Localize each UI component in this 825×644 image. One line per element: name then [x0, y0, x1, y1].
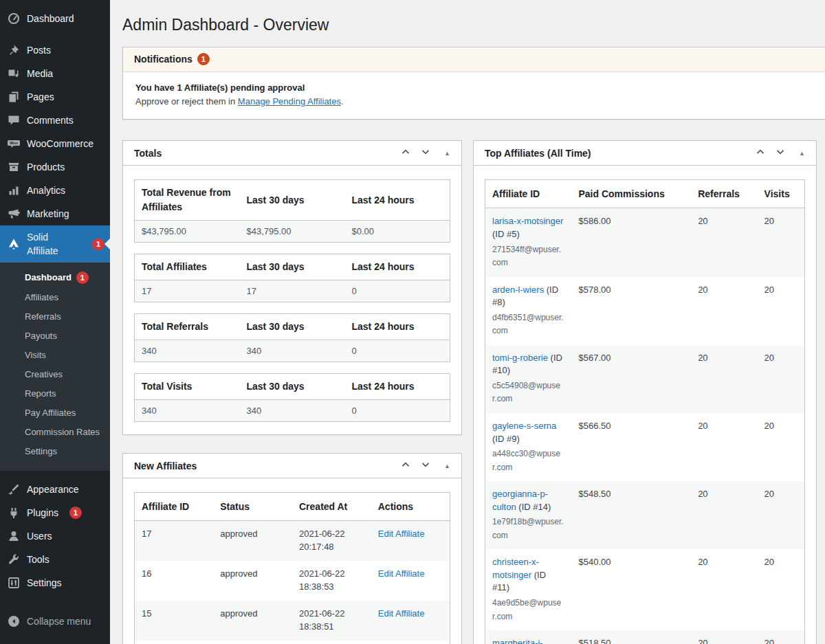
edit-affiliate-link[interactable]: Edit Affiliate — [378, 608, 425, 619]
edit-affiliate-link[interactable]: Edit Affiliate — [378, 529, 425, 539]
order-up-button[interactable] — [400, 146, 411, 159]
sidebar-item-users[interactable]: Users — [0, 524, 110, 548]
new-affiliate-row: 16approved2021-06-2218:38:53Edit Affilia… — [135, 561, 450, 601]
submenu-item-label: Creatives — [25, 369, 63, 380]
manage-pending-affiliates-link[interactable]: Manage Pending Affiliates — [238, 96, 341, 107]
paid-commissions-cell: $586.00 — [572, 208, 692, 277]
sidebar-item-label: Tools — [27, 553, 50, 566]
stat-value: 17 — [135, 280, 240, 302]
sidebar-item-tools[interactable]: Tools — [0, 548, 110, 571]
referrals-cell: 20 — [691, 549, 757, 630]
stat-col-last-24-hours: Last 24 hours — [345, 314, 450, 340]
top-affiliate-row: georgianna-p-culton (ID #14)1e79f18b@wpu… — [485, 481, 805, 549]
submenu-item-referrals[interactable]: Referrals — [0, 307, 110, 326]
affiliate-name-link[interactable]: margherita-i-ramage — [492, 638, 543, 644]
stat-value: 340 — [135, 400, 240, 422]
submenu-item-label: Referrals — [25, 311, 61, 322]
sidebar-item-products[interactable]: Products — [0, 155, 110, 179]
order-up-button[interactable] — [755, 146, 766, 159]
affiliate-name-link[interactable]: gaylene-s-serna — [492, 421, 556, 431]
chevron-up-icon — [400, 146, 411, 159]
stat-label: Total Revenue from Affiliates — [135, 180, 240, 221]
sidebar-item-label: Settings — [27, 576, 62, 590]
paid-commissions-cell: $578.00 — [572, 277, 692, 345]
sidebar-item-woocommerce[interactable]: WooWooCommerce — [0, 132, 110, 155]
new-affiliate-row: 15approved2021-06-2218:38:51Edit Affilia… — [135, 601, 450, 641]
sidebar-item-label: Solid Affiliate — [27, 230, 81, 258]
actions-cell: Edit Affiliate — [371, 641, 450, 644]
sliders-icon — [7, 576, 21, 590]
affiliate-email: 271534ff@wpuser.com — [492, 243, 565, 269]
totals-panel-header[interactable]: Totals ▲ — [123, 141, 461, 166]
column-header-status: Status — [213, 493, 292, 521]
status-cell: approved — [213, 601, 292, 641]
affiliate-name-link[interactable]: christeen-x-motsinger — [492, 557, 539, 580]
sidebar-item-posts[interactable]: Posts — [0, 38, 110, 62]
submenu-item-pay-affiliates[interactable]: Pay Affiliates — [0, 403, 110, 423]
collapse-panel-button[interactable]: ▲ — [799, 150, 805, 157]
sidebar-item-solid-affiliate[interactable]: Solid Affiliate1 — [0, 225, 110, 263]
notifications-panel-header[interactable]: Notifications 1 — [123, 47, 825, 72]
collapse-menu-button[interactable]: Collapse menu — [0, 610, 110, 633]
submenu-item-affiliates[interactable]: Affiliates — [0, 288, 110, 307]
affiliate-name-link[interactable]: tomi-g-roberie — [492, 353, 548, 363]
affiliate-id-note: (ID #14) — [518, 502, 551, 512]
paid-commissions-cell: $567.00 — [572, 345, 692, 413]
sidebar-item-plugins[interactable]: Plugins1 — [0, 501, 110, 524]
notifications-count-badge: 1 — [197, 53, 210, 65]
referrals-cell: 20 — [691, 413, 757, 481]
top-affiliate-row: larisa-x-motsinger (ID #5)271534ff@wpuse… — [485, 208, 805, 277]
affiliate-name-link[interactable]: larisa-x-motsinger — [492, 216, 563, 226]
edit-affiliate-link[interactable]: Edit Affiliate — [378, 568, 425, 579]
sidebar-item-label: Comments — [27, 113, 74, 127]
affiliate-name-link[interactable]: arden-l-wiers — [492, 285, 544, 295]
sidebar-item-dashboard[interactable]: Dashboard — [0, 7, 110, 30]
sidebar-item-comments[interactable]: Comments — [0, 109, 110, 132]
pin-icon — [7, 43, 21, 57]
sidebar-item-settings[interactable]: Settings — [0, 571, 110, 595]
sidebar-item-label: Analytics — [27, 184, 65, 197]
sidebar-item-marketing[interactable]: Marketing — [0, 202, 110, 225]
sidebar-item-appearance[interactable]: Appearance — [0, 478, 110, 501]
top-affiliates-panel-header[interactable]: Top Affiliates (All Time) ▲ — [474, 141, 816, 166]
chevron-up-icon — [400, 459, 411, 472]
visits-cell: 20 — [758, 481, 805, 549]
top-affiliate-row: gaylene-s-serna (ID #9)a448cc30@wpuser.c… — [485, 413, 805, 481]
submenu-item-settings[interactable]: Settings — [0, 442, 110, 461]
admin-sidebar: DashboardPostsMediaPagesCommentsWooWooCo… — [0, 0, 110, 644]
order-down-button[interactable] — [420, 146, 431, 159]
collapse-panel-button[interactable]: ▲ — [444, 150, 450, 157]
submenu-item-payouts[interactable]: Payouts — [0, 326, 110, 346]
top-affiliates-panel-controls: ▲ — [755, 146, 805, 159]
chevron-down-icon — [420, 146, 431, 159]
box-icon — [7, 160, 21, 174]
sidebar-item-analytics[interactable]: Analytics — [0, 179, 110, 202]
submenu-item-reports[interactable]: Reports — [0, 384, 110, 403]
sidebar-item-pages[interactable]: Pages — [0, 85, 110, 109]
submenu-item-visits[interactable]: Visits — [0, 346, 110, 365]
update-count-badge: 1 — [76, 271, 89, 284]
created-at-cell: 2021-06-2218:38:51 — [292, 601, 371, 641]
stat-col-last-30-days: Last 30 days — [240, 254, 345, 280]
collapse-triangle-icon: ▲ — [444, 150, 450, 157]
collapse-panel-button[interactable]: ▲ — [444, 463, 450, 469]
submenu-item-creatives[interactable]: Creatives — [0, 365, 110, 384]
submenu-item-dashboard[interactable]: Dashboard1 — [0, 267, 110, 288]
created-at-cell: 2021-06-2218:38:53 — [292, 561, 371, 601]
order-down-button[interactable] — [775, 146, 786, 159]
order-up-button[interactable] — [400, 459, 411, 472]
referrals-cell: 20 — [691, 481, 757, 549]
affiliate-id-cell: georgianna-p-culton (ID #14)1e79f18b@wpu… — [485, 481, 572, 549]
top-affiliates-panel-title: Top Affiliates (All Time) — [485, 148, 591, 159]
solid-affiliate-submenu: Dashboard1AffiliatesReferralsPayoutsVisi… — [0, 263, 110, 471]
affiliate-id-cell: christeen-x-motsinger (ID #11)4ae9d5be@w… — [485, 549, 572, 630]
stat-value: 340 — [240, 400, 345, 422]
sidebar-item-media[interactable]: Media — [0, 62, 110, 85]
totals-panel-controls: ▲ — [400, 146, 450, 159]
stat-col-last-30-days: Last 30 days — [240, 374, 345, 400]
top-affiliates-table: Affiliate IDPaid CommissionsReferralsVis… — [485, 179, 805, 644]
new-affiliates-panel-header[interactable]: New Affiliates ▲ — [123, 454, 461, 478]
order-down-button[interactable] — [420, 459, 431, 472]
stat-value: $0.00 — [345, 221, 450, 243]
submenu-item-commission-rates[interactable]: Commission Rates — [0, 423, 110, 442]
